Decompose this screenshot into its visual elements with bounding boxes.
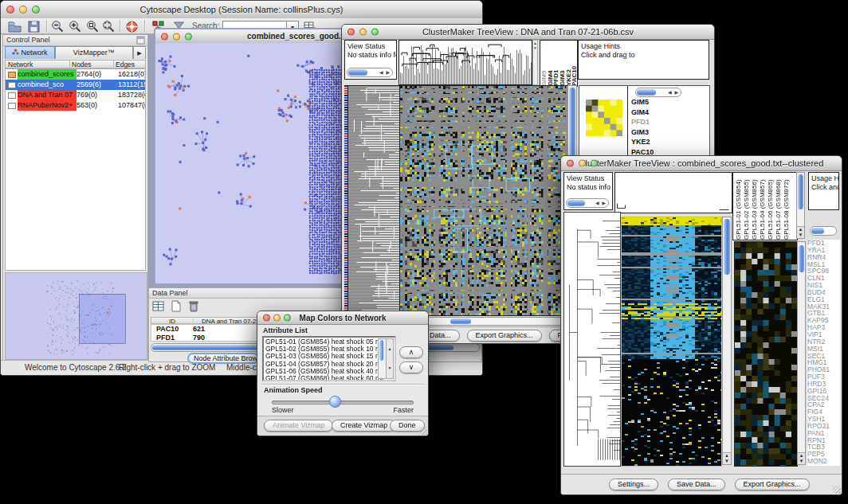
tv1-gene-labels[interactable]: GIM5GIM4PFD1GIM3YKE2PAC10: [631, 97, 654, 157]
minimize-button[interactable]: [273, 315, 281, 322]
tv1-action-button[interactable]: Export Graphics...: [467, 330, 542, 342]
scrollbar-thumb[interactable]: [450, 318, 471, 324]
tv2-zoom-heatmap[interactable]: [734, 241, 798, 467]
tv2-labels-vscrollbar[interactable]: ▲▼: [796, 172, 805, 239]
dialog-titlebar[interactable]: Map Colors to Network: [257, 311, 428, 325]
view-status-scrollbar[interactable]: ◀ ▶: [347, 68, 393, 77]
help-lifering-icon[interactable]: [124, 19, 139, 34]
tab-overflow-arrow[interactable]: ▶: [133, 46, 146, 59]
tab-network[interactable]: Network: [5, 46, 55, 59]
minimize-button[interactable]: [19, 6, 27, 14]
move-up-button[interactable]: ∧: [399, 346, 423, 358]
main-titlebar[interactable]: Cytoscape Desktop (Session Name: collins…: [1, 1, 482, 19]
tv1-column-labels[interactable]: GIM5GIM4PFD1GIM3YKE2PAC10: [540, 40, 578, 87]
summary-scrollbar[interactable]: ◀ ▶: [635, 88, 681, 97]
attribute-item[interactable]: GPL51-02 (GSM855) heat shock 10 min: [265, 346, 383, 353]
minimize-button[interactable]: [359, 29, 367, 36]
scrollbar-thumb[interactable]: [379, 340, 383, 361]
node-attribute-browser-button[interactable]: Node Attribute Browser: [187, 353, 259, 364]
resize-grip[interactable]: [833, 486, 841, 494]
animate-vizmap-button[interactable]: Animate Vizmap: [264, 420, 333, 432]
network-list-row[interactable]: RNAPuberNov2+ 563(0) 107847(0): [6, 100, 145, 111]
view-status-title: View Status: [567, 174, 610, 183]
tv2-zoom-vscrollbar[interactable]: ▲▼: [797, 241, 806, 465]
network-overview-thumbnail[interactable]: [5, 272, 147, 360]
zoom-button[interactable]: [284, 315, 291, 322]
scroll-arrows[interactable]: ▲▼: [386, 338, 394, 379]
delete-attribute-icon[interactable]: [186, 299, 201, 313]
tv1-mini-vscroll[interactable]: ▲▼: [532, 40, 538, 85]
tv2-action-button[interactable]: Save Data...: [668, 479, 725, 490]
tv2-row-dendrogram[interactable]: [563, 212, 621, 467]
network-list-row[interactable]: combined_sco 2569(6) 13112(15): [6, 80, 145, 90]
attribute-item[interactable]: GPL51-03 (GSM856) heat shock 15 min: [265, 353, 383, 360]
zoom-in-icon[interactable]: [68, 19, 83, 34]
scroll-arrows[interactable]: ◀ ▶: [595, 199, 607, 207]
float-panel-icon[interactable]: [136, 36, 145, 45]
network-list[interactable]: combined_scores 2764(0) 16218(0) combine…: [5, 68, 146, 271]
frame-zoom-button[interactable]: [185, 33, 192, 40]
tv2-action-button[interactable]: Settings...: [609, 479, 658, 490]
zoom-button[interactable]: [32, 6, 40, 14]
scrollbar-thumb[interactable]: [569, 88, 575, 163]
tv1-usage-hints: Usage Hints Click and drag to: [578, 40, 709, 80]
close-button[interactable]: [567, 160, 574, 167]
scrollbar-thumb[interactable]: [799, 245, 804, 272]
resize-grip[interactable]: [419, 427, 427, 435]
scroll-arrows[interactable]: ◀ ▶: [379, 68, 391, 76]
scrollbar-thumb[interactable]: [798, 174, 803, 209]
tv2-column-dendrogram[interactable]: [614, 172, 732, 213]
tv1-global-heatmap[interactable]: [399, 85, 568, 316]
view-status-scrollbar[interactable]: ◀ ▶: [566, 198, 609, 208]
select-attributes-icon[interactable]: [151, 299, 166, 313]
attribute-list-label: Attribute List: [263, 326, 308, 334]
tv1-titlebar[interactable]: ClusterMaker TreeView : DNA and Tran 07-…: [342, 25, 714, 40]
minimize-button[interactable]: [579, 160, 586, 167]
attribute-item[interactable]: GPL51-04 (GSM857) heat shock 20 min: [265, 361, 383, 368]
scroll-arrows[interactable]: ▲▼: [798, 452, 805, 464]
save-icon[interactable]: [26, 19, 41, 34]
attribute-item[interactable]: GPL51-01 (GSM854) heat shock 05 min: [265, 338, 383, 346]
close-button[interactable]: [6, 6, 14, 14]
tv2-gene-list[interactable]: PFD1YRA1RNR4MSL1SPC98CLN1NIS1BUD4ELG1MAK…: [807, 240, 840, 466]
frame-close-button[interactable]: [161, 33, 168, 40]
attribute-list[interactable]: GPL51-01 (GSM854) heat shock 05 minGPL51…: [262, 336, 396, 381]
tv2-global-heatmap[interactable]: [621, 217, 722, 467]
network-table-header[interactable]: Network Nodes Edges: [5, 60, 146, 68]
create-vizmap-button[interactable]: Create Vizmap: [332, 420, 396, 432]
zoom-button[interactable]: [371, 29, 379, 36]
tv1-column-dendrogram[interactable]: [398, 40, 532, 85]
open-file-icon[interactable]: [7, 19, 22, 34]
scroll-arrows[interactable]: ▲▼: [797, 226, 804, 238]
network-list-row[interactable]: DNA and Tran 07 769(0) 183728(0): [6, 90, 145, 100]
scroll-arrows[interactable]: ▲▼: [723, 452, 731, 464]
window-controls[interactable]: [6, 6, 40, 14]
frame-minimize-button[interactable]: [173, 33, 180, 40]
tv2-heatmap-vscrollbar[interactable]: ▲▼: [722, 217, 732, 465]
animation-speed-slider-track[interactable]: [272, 400, 414, 404]
attribute-item[interactable]: GPL51-06 (GSM865) heat shock 40 min: [265, 368, 383, 375]
animation-speed-slider-thumb[interactable]: [329, 396, 341, 408]
zoom-selected-icon[interactable]: [85, 19, 100, 34]
tab-vizmapper[interactable]: VizMapper™: [55, 46, 133, 59]
data-row-id: PFD1: [151, 334, 193, 342]
tv2-titlebar[interactable]: ClusterMaker TreeView : combined_scores_…: [561, 156, 842, 171]
move-down-button[interactable]: ∨: [399, 361, 423, 373]
close-button[interactable]: [263, 315, 270, 322]
zoom-fit-icon[interactable]: [101, 19, 116, 34]
zoom-button[interactable]: [591, 160, 598, 167]
network-list-row[interactable]: combined_scores 2764(0) 16218(0): [6, 69, 145, 80]
zoom-out-icon[interactable]: [50, 19, 65, 34]
slower-label: Slower: [272, 406, 294, 414]
tv2-column-labels[interactable]: GPL51-01 (GSM854)GPL51-02 (GSM855)GPL51-…: [732, 172, 798, 240]
attribute-item[interactable]: GPL51-07 (GSM868) heat shock 60 min: [265, 375, 383, 381]
gene-label: GIM3: [631, 127, 654, 138]
new-attribute-icon[interactable]: [169, 299, 183, 313]
scroll-arrows[interactable]: ◀ ▶: [668, 88, 679, 96]
scrollbar-thumb[interactable]: [724, 219, 730, 275]
tv1-row-dendrogram[interactable]: [347, 85, 400, 316]
tv1-zoom-matrix[interactable]: [586, 100, 622, 136]
close-button[interactable]: [347, 29, 355, 36]
tv2-action-button[interactable]: Export Graphics...: [735, 479, 810, 490]
usage-hints-scrollbar[interactable]: [810, 226, 837, 236]
